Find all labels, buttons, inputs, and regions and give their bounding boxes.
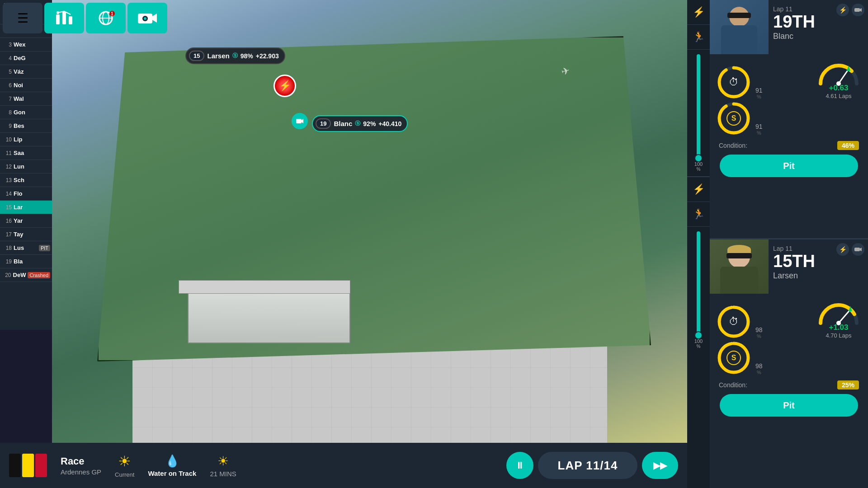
race-row-18[interactable]: 18 Lus PIT xyxy=(0,241,52,255)
blanc-engine-pct-label: 91 xyxy=(755,87,763,94)
blanc-position: 19TH xyxy=(773,13,815,32)
svg-marker-12 xyxy=(152,14,157,23)
race-name-cell: Sch xyxy=(14,177,50,183)
pit-roof xyxy=(179,280,350,294)
larsen-laps: 4.70 Laps xyxy=(826,332,851,339)
larsen-s-pct-label: 98 xyxy=(755,362,763,370)
race-row-19[interactable]: 19 Bla xyxy=(0,255,52,268)
svg-marker-16 xyxy=(302,119,303,123)
race-name-cell: Flo xyxy=(14,190,50,197)
race-row-15[interactable]: 15 Lar xyxy=(0,201,52,214)
larsen-pit-button[interactable]: Pit xyxy=(720,394,858,417)
right-lightning-icon-top[interactable]: ⚡ xyxy=(687,0,710,25)
race-pos: 13 xyxy=(2,177,12,183)
race-row-20[interactable]: 20 DeW Crashed xyxy=(0,268,52,282)
analysis-icon xyxy=(54,8,74,28)
map-area[interactable]: ⚡ 15 Larsen ⓢ 98% +22.903 19 Blanc ⓢ 92%… xyxy=(52,0,687,443)
blanc-arc-gauge: +0.63 4.61 Laps xyxy=(816,61,861,99)
weather-label: Current xyxy=(115,471,134,478)
larsen-condition-row: Condition: 25% xyxy=(714,379,863,391)
larsen-s-gauge: S xyxy=(717,341,751,375)
camera-icon-top xyxy=(136,9,159,27)
larsen-name-right: Larsen xyxy=(773,271,815,281)
larsen-avatar xyxy=(717,244,762,294)
race-pos: 15 xyxy=(2,204,12,211)
race-name-cell: Tay xyxy=(14,231,50,238)
race-row-4[interactable]: 4 DeG xyxy=(0,52,52,65)
mini-panel: Mini 1 Sha 2 Cha 3 Wex 4 DeG 5 Váz 6 Noi… xyxy=(0,0,52,330)
larsen-delta: +22.903 xyxy=(256,52,279,60)
fast-forward-button[interactable]: ▶▶ xyxy=(642,452,678,479)
pause-button[interactable]: ⏸ xyxy=(506,452,533,479)
pause-icon: ⏸ xyxy=(515,460,524,471)
svg-line-30 xyxy=(839,310,850,323)
blanc-cam-icon2[interactable] xyxy=(852,4,864,16)
svg-marker-18 xyxy=(860,8,862,12)
larsen-stats: ⏱ 98 % xyxy=(714,300,863,419)
right-lightning-icon-bottom[interactable]: ⚡ xyxy=(687,177,710,202)
larsen-stopwatch-gauge: ⏱ xyxy=(717,305,751,339)
flag-black xyxy=(9,454,21,477)
race-name-cell: Saa xyxy=(14,150,50,156)
race-name-cell: DeW xyxy=(13,272,26,278)
blanc-number: 19 xyxy=(316,118,331,129)
larsen-cam-icon1[interactable]: ⚡ xyxy=(836,243,849,256)
race-pos: 14 xyxy=(2,191,12,197)
top-driver-card: ⚡ Lap 11 19TH Blanc xyxy=(710,0,868,239)
camera-follow-icon[interactable] xyxy=(292,113,308,129)
race-row-14[interactable]: 14 Flo xyxy=(0,187,52,201)
blanc-pct: 92% xyxy=(363,120,376,127)
blanc-stats: ⏱ 91 % xyxy=(714,61,863,180)
race-row-17[interactable]: 17 Tay xyxy=(0,228,52,241)
svg-rect-26 xyxy=(854,248,860,251)
race-name-cell: Lar xyxy=(14,204,50,211)
race-name-cell: DeG xyxy=(14,55,50,61)
menu-button[interactable]: ☰ xyxy=(3,3,42,33)
lap-text: LAP 11/14 xyxy=(558,459,618,473)
menu-icon: ☰ xyxy=(17,11,28,26)
comms-icon: 1 xyxy=(96,8,116,28)
race-row-12[interactable]: 12 Lun xyxy=(0,160,52,174)
blanc-cam-icons: ⚡ xyxy=(836,4,864,16)
race-row-13[interactable]: 13 Sch xyxy=(0,174,52,187)
race-row-10[interactable]: 10 Lip xyxy=(0,133,52,146)
bottom-bar: Race Ardennes GP ☀ Current 💧 Water on Tr… xyxy=(0,443,687,488)
race-row-11[interactable]: 11 Saa xyxy=(0,146,52,160)
svg-rect-2 xyxy=(69,16,72,24)
blanc-pit-button[interactable]: Pit xyxy=(720,155,858,177)
right-runner-icon-bottom[interactable]: 🏃 xyxy=(687,202,710,227)
race-pos: 6 xyxy=(2,82,12,89)
blanc-condition-val: 46% xyxy=(837,141,859,150)
race-row-5[interactable]: 5 Váz xyxy=(0,65,52,79)
race-pos: 7 xyxy=(2,96,12,102)
blanc-cam-icon1[interactable]: ⚡ xyxy=(836,4,849,16)
flag-yellow xyxy=(22,454,34,477)
svg-line-21 xyxy=(839,69,849,84)
track-island xyxy=(97,36,651,361)
larsen-cam-icon2[interactable] xyxy=(852,243,864,256)
blanc-header: Lap 11 19TH Blanc xyxy=(773,5,815,41)
race-row-3[interactable]: 3 Wex xyxy=(0,38,52,52)
race-row-6[interactable]: 6 Noi xyxy=(0,79,52,92)
larsen-condition-label: Condition: xyxy=(719,381,747,389)
svg-rect-1 xyxy=(62,12,66,24)
player-tag-larsen: 15 Larsen ⓢ 98% +22.903 xyxy=(185,47,285,64)
svg-point-14 xyxy=(144,17,146,20)
race-row-8[interactable]: 8 Gon xyxy=(0,106,52,119)
weather-sun-icon: ☀ xyxy=(118,453,131,470)
right-runner-icon-top[interactable]: 🏃 xyxy=(687,25,710,50)
race-row-16[interactable]: 16 Yar xyxy=(0,214,52,228)
analysis-button[interactable] xyxy=(44,3,84,33)
race-row-7[interactable]: 7 Wal xyxy=(0,92,52,106)
race-pos: 17 xyxy=(2,231,12,238)
time-sun-icon: ☀ xyxy=(217,454,229,469)
blanc-s-gauge: S xyxy=(717,101,751,136)
camera-button[interactable] xyxy=(127,3,167,33)
blanc-condition-row: Condition: 46% xyxy=(714,139,863,152)
race-row-9[interactable]: 9 Bes xyxy=(0,119,52,133)
ff-icon: ▶▶ xyxy=(653,460,667,471)
blanc-lap: Lap 11 xyxy=(773,5,815,13)
comms-button[interactable]: 1 xyxy=(86,3,126,33)
country-flag xyxy=(9,454,47,477)
race-pos: 3 xyxy=(2,42,12,48)
